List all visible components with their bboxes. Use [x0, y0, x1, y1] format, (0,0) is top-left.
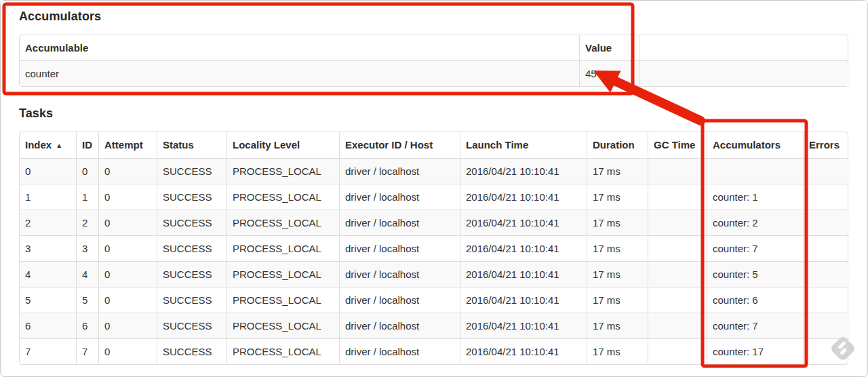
- task-row: 110SUCCESSPROCESS_LOCALdriver / localhos…: [20, 184, 849, 210]
- cell-status: SUCCESS: [157, 184, 226, 210]
- cell-accumulators: counter: 17: [707, 338, 803, 364]
- cell-locality: PROCESS_LOCAL: [226, 158, 339, 184]
- cell-executor: driver / localhost: [339, 158, 460, 184]
- cell-index: 1: [20, 184, 76, 210]
- cell-duration: 17 ms: [587, 338, 648, 364]
- cell-launch: 2016/04/21 10:10:41: [460, 210, 587, 235]
- column-header-errors[interactable]: Errors: [803, 132, 849, 158]
- cell-attempt: 0: [98, 158, 157, 184]
- column-header-filler: [639, 35, 849, 60]
- cell-status: SUCCESS: [157, 338, 226, 364]
- column-header-executor-id-host[interactable]: Executor ID / Host: [339, 132, 460, 158]
- column-header-locality-level[interactable]: Locality Level: [226, 132, 339, 158]
- cell-accumulators: counter: 7: [707, 235, 803, 261]
- cell-gc: [648, 287, 707, 313]
- cell-id: 4: [76, 261, 98, 287]
- cell-errors: [803, 235, 849, 261]
- column-header-duration[interactable]: Duration: [587, 132, 648, 158]
- cell-launch: 2016/04/21 10:10:41: [460, 235, 587, 261]
- cell-gc: [648, 261, 707, 287]
- cell-duration: 17 ms: [587, 184, 648, 210]
- tasks-header-row: Index▲ ID Attempt Status Locality Level …: [20, 132, 849, 158]
- cell-executor: driver / localhost: [339, 338, 460, 364]
- cell-id: 7: [76, 338, 98, 364]
- cell-gc: [648, 184, 707, 210]
- task-row: 440SUCCESSPROCESS_LOCALdriver / localhos…: [20, 261, 849, 287]
- task-row: 220SUCCESSPROCESS_LOCALdriver / localhos…: [20, 210, 849, 235]
- cell-errors: [803, 158, 849, 184]
- cell-attempt: 0: [98, 235, 157, 261]
- accumulable-header-row: Accumulable Value: [20, 35, 849, 60]
- cell-duration: 17 ms: [587, 235, 648, 261]
- cell-duration: 17 ms: [587, 158, 648, 184]
- cell-accumulators: counter: 7: [707, 313, 803, 338]
- column-header-value: Value: [579, 35, 639, 60]
- cell-duration: 17 ms: [587, 261, 648, 287]
- cell-accumulable: counter: [20, 60, 579, 86]
- cell-launch: 2016/04/21 10:10:41: [460, 158, 587, 184]
- cell-locality: PROCESS_LOCAL: [226, 210, 339, 235]
- cell-status: SUCCESS: [157, 261, 226, 287]
- cell-duration: 17 ms: [587, 287, 648, 313]
- accumulators-heading: Accumulators: [19, 9, 848, 24]
- cell-gc: [648, 158, 707, 184]
- column-header-accumulable: Accumulable: [20, 35, 579, 60]
- tasks-table-wrapper: Index▲ ID Attempt Status Locality Level …: [19, 132, 848, 365]
- column-header-index[interactable]: Index▲: [20, 132, 76, 158]
- cell-status: SUCCESS: [157, 210, 226, 235]
- accumulable-table-wrapper: Accumulable Value counter45: [19, 35, 848, 87]
- spark-stage-page: Accumulators Accumulable Value counter45…: [19, 7, 848, 365]
- cell-executor: driver / localhost: [339, 313, 460, 338]
- cell-attempt: 0: [98, 313, 157, 338]
- cell-attempt: 0: [98, 184, 157, 210]
- accumulable-row: counter45: [20, 60, 849, 86]
- cell-locality: PROCESS_LOCAL: [226, 235, 339, 261]
- column-header-attempt[interactable]: Attempt: [98, 132, 157, 158]
- cell-attempt: 0: [98, 261, 157, 287]
- cell-index: 7: [20, 338, 76, 364]
- cell-executor: driver / localhost: [339, 235, 460, 261]
- task-row: 550SUCCESSPROCESS_LOCALdriver / localhos…: [20, 287, 849, 313]
- task-row: 660SUCCESSPROCESS_LOCALdriver / localhos…: [20, 313, 849, 338]
- cell-locality: PROCESS_LOCAL: [226, 313, 339, 338]
- cell-accumulators: counter: 6: [707, 287, 803, 313]
- column-header-gc-time[interactable]: GC Time: [648, 132, 707, 158]
- cell-index: 6: [20, 313, 76, 338]
- cell-executor: driver / localhost: [339, 287, 460, 313]
- cell-executor: driver / localhost: [339, 184, 460, 210]
- cell-accumulators: counter: 2: [707, 210, 803, 235]
- browser-viewport: Accumulators Accumulable Value counter45…: [0, 0, 868, 377]
- cell-gc: [648, 235, 707, 261]
- cell-index: 0: [20, 158, 76, 184]
- cell-index: 5: [20, 287, 76, 313]
- column-header-accumulators[interactable]: Accumulators: [707, 132, 803, 158]
- cell-locality: PROCESS_LOCAL: [226, 184, 339, 210]
- cell-launch: 2016/04/21 10:10:41: [460, 184, 587, 210]
- cell-attempt: 0: [98, 338, 157, 364]
- column-header-launch-time[interactable]: Launch Time: [460, 132, 587, 158]
- cell-locality: PROCESS_LOCAL: [226, 287, 339, 313]
- cell-launch: 2016/04/21 10:10:41: [460, 338, 587, 364]
- accumulable-table: Accumulable Value counter45: [20, 35, 849, 86]
- cell-duration: 17 ms: [587, 313, 648, 338]
- cell-value: 45: [579, 60, 639, 86]
- cell-status: SUCCESS: [157, 158, 226, 184]
- tasks-table: Index▲ ID Attempt Status Locality Level …: [20, 132, 849, 364]
- cell-errors: [803, 338, 849, 364]
- cell-id: 5: [76, 287, 98, 313]
- cell-filler: [639, 60, 849, 86]
- cell-id: 6: [76, 313, 98, 338]
- column-header-index-label: Index: [25, 139, 52, 151]
- cell-executor: driver / localhost: [339, 210, 460, 235]
- cell-index: 4: [20, 261, 76, 287]
- cell-id: 3: [76, 235, 98, 261]
- column-header-id[interactable]: ID: [76, 132, 98, 158]
- cell-executor: driver / localhost: [339, 261, 460, 287]
- cell-index: 2: [20, 210, 76, 235]
- cell-status: SUCCESS: [157, 235, 226, 261]
- cell-duration: 17 ms: [587, 210, 648, 235]
- cell-launch: 2016/04/21 10:10:41: [460, 313, 587, 338]
- cell-index: 3: [20, 235, 76, 261]
- column-header-status[interactable]: Status: [157, 132, 226, 158]
- cell-id: 0: [76, 158, 98, 184]
